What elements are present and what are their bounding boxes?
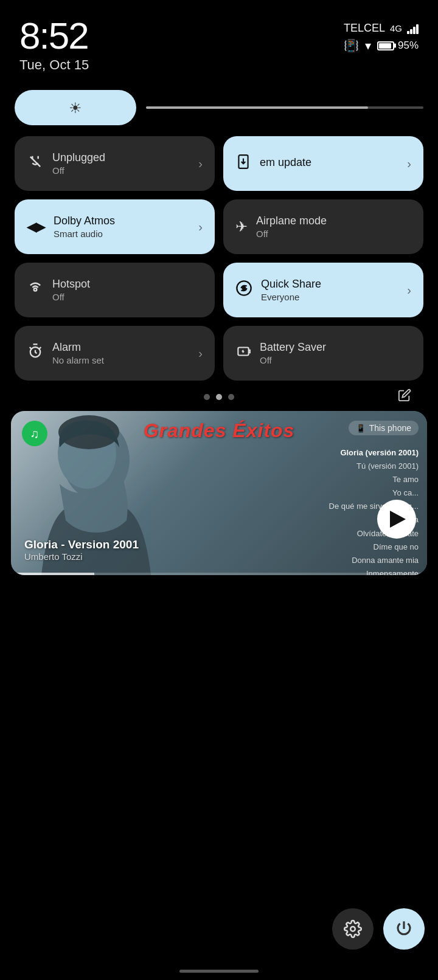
tile-alarm[interactable]: Alarm No alarm set › bbox=[15, 326, 215, 381]
wifi-icon: ▾ bbox=[365, 38, 371, 53]
tile-unplugged-title: Unplugged bbox=[52, 151, 190, 165]
power-icon bbox=[395, 920, 413, 938]
play-button[interactable] bbox=[377, 500, 416, 539]
network-type: 4G bbox=[390, 23, 402, 33]
media-progress-bar[interactable] bbox=[11, 573, 427, 575]
tiles-grid: Unplugged Off › em update › ◀▶ bbox=[15, 136, 423, 381]
tile-dolby-subtitle: Smart audio bbox=[54, 229, 190, 239]
chevron-right-icon: › bbox=[198, 347, 203, 361]
page-dot-1 bbox=[204, 394, 210, 400]
home-indicator bbox=[179, 970, 259, 973]
chevron-right-icon: › bbox=[198, 157, 203, 171]
settings-button[interactable] bbox=[332, 908, 374, 950]
battery-body bbox=[377, 41, 394, 50]
time-date-block: 8:52 Tue, Oct 15 bbox=[19, 17, 89, 73]
tile-dolby-text: Dolby Atmos Smart audio bbox=[54, 215, 190, 240]
media-progress-fill bbox=[11, 573, 94, 575]
edit-button[interactable] bbox=[398, 388, 411, 405]
track-item-1: Tú (versión 2001) bbox=[329, 460, 419, 473]
tile-hotspot[interactable]: Hotspot Off bbox=[15, 263, 215, 317]
track-item-8: Donna amante mia bbox=[329, 554, 419, 567]
bottom-action-buttons bbox=[332, 908, 425, 950]
tile-battery-saver[interactable]: Battery Saver Off bbox=[223, 326, 423, 381]
brightness-row[interactable] bbox=[15, 90, 423, 125]
tile-airplane-title: Airplane mode bbox=[256, 215, 411, 228]
unplugged-icon bbox=[27, 153, 44, 174]
tile-system-update[interactable]: em update › bbox=[223, 136, 423, 191]
system-update-icon bbox=[235, 154, 251, 174]
media-player[interactable]: Grandes Éxitos ♫ 📱 This phone Gloria (ve… bbox=[11, 411, 427, 575]
tile-unplugged-subtitle: Off bbox=[52, 165, 190, 176]
tile-alarm-subtitle: No alarm set bbox=[52, 355, 190, 365]
tile-dolby-title: Dolby Atmos bbox=[54, 215, 190, 228]
airplane-icon: ✈ bbox=[235, 218, 248, 235]
page-dot-3 bbox=[228, 394, 234, 400]
track-item-2: Te amo bbox=[329, 473, 419, 486]
tile-dolby-atmos[interactable]: ◀▶ Dolby Atmos Smart audio › bbox=[15, 199, 215, 254]
quick-settings-panel: Unplugged Off › em update › ◀▶ bbox=[0, 79, 438, 400]
artist-name: Umberto Tozzi bbox=[24, 551, 139, 562]
clock: 8:52 bbox=[19, 17, 89, 55]
album-title: Grandes Éxitos bbox=[144, 419, 295, 442]
status-right: TELCEL 4G 📳 ▾ 95% bbox=[344, 17, 419, 53]
tile-alarm-title: Alarm bbox=[52, 341, 190, 354]
hotspot-icon bbox=[27, 280, 44, 301]
vibrate-icon: 📳 bbox=[344, 38, 359, 53]
battery-fill bbox=[379, 43, 391, 49]
svg-point-16 bbox=[350, 927, 355, 931]
track-item-0: Gloria (versión 2001) bbox=[329, 446, 419, 460]
tile-airplane-text: Airplane mode Off bbox=[256, 215, 411, 240]
tile-unplugged[interactable]: Unplugged Off › bbox=[15, 136, 215, 191]
carrier-row: TELCEL 4G bbox=[344, 22, 419, 35]
tile-hotspot-text: Hotspot Off bbox=[52, 278, 203, 303]
brightness-pill[interactable] bbox=[15, 90, 136, 125]
spotify-icon: ♫ bbox=[22, 421, 47, 446]
track-item-7: Díme que no bbox=[329, 540, 419, 554]
tile-battery-saver-subtitle: Off bbox=[260, 355, 411, 365]
page-dot-2 bbox=[216, 394, 222, 400]
tile-battery-saver-title: Battery Saver bbox=[260, 341, 411, 354]
quick-share-icon bbox=[235, 280, 252, 301]
tile-quick-share-title: Quick Share bbox=[261, 278, 398, 291]
tile-system-update-title: em update bbox=[260, 156, 398, 170]
tile-hotspot-subtitle: Off bbox=[52, 292, 203, 302]
gear-icon bbox=[344, 920, 362, 938]
media-song-info: Gloria - Version 2001 Umberto Tozzi bbox=[24, 538, 139, 562]
date: Tue, Oct 15 bbox=[19, 57, 89, 73]
playback-source-badge: 📱 This phone bbox=[349, 421, 419, 435]
chevron-right-icon: › bbox=[407, 157, 411, 171]
status-bar: 8:52 Tue, Oct 15 TELCEL 4G 📳 ▾ 95% bbox=[0, 0, 438, 79]
tile-airplane-mode[interactable]: ✈ Airplane mode Off bbox=[223, 199, 423, 254]
tile-battery-saver-text: Battery Saver Off bbox=[260, 341, 411, 366]
track-item-3: Yo ca... bbox=[329, 486, 419, 500]
svg-point-5 bbox=[243, 286, 246, 289]
chevron-right-icon: › bbox=[407, 283, 411, 297]
svg-point-3 bbox=[34, 288, 37, 291]
tile-quick-share[interactable]: Quick Share Everyone › bbox=[223, 263, 423, 317]
alarm-icon bbox=[27, 343, 44, 364]
brightness-icon bbox=[69, 98, 82, 117]
tile-unplugged-text: Unplugged Off bbox=[52, 151, 190, 176]
tile-system-update-text: em update bbox=[260, 156, 398, 171]
tile-airplane-subtitle: Off bbox=[256, 229, 411, 239]
phone-icon: 📱 bbox=[356, 424, 366, 433]
carrier-name: TELCEL bbox=[344, 22, 385, 35]
signal-icon bbox=[407, 23, 419, 34]
play-icon bbox=[390, 511, 406, 528]
battery-percent: 95% bbox=[398, 40, 419, 52]
battery-indicator: 95% bbox=[377, 40, 419, 52]
playback-source-label: This phone bbox=[369, 423, 411, 433]
tile-quick-share-text: Quick Share Everyone bbox=[261, 278, 398, 303]
page-indicators bbox=[15, 394, 423, 400]
brightness-slider-fill bbox=[146, 106, 368, 109]
dolby-icon: ◀▶ bbox=[27, 219, 45, 234]
tile-alarm-text: Alarm No alarm set bbox=[52, 341, 190, 366]
song-title: Gloria - Version 2001 bbox=[24, 538, 139, 551]
power-button[interactable] bbox=[383, 908, 425, 950]
battery-saver-icon bbox=[235, 343, 251, 364]
chevron-right-icon: › bbox=[198, 220, 203, 234]
status-icons-row: 📳 ▾ 95% bbox=[344, 38, 419, 53]
tile-hotspot-title: Hotspot bbox=[52, 278, 203, 291]
brightness-slider-track[interactable] bbox=[146, 106, 423, 109]
tile-quick-share-subtitle: Everyone bbox=[261, 292, 398, 302]
